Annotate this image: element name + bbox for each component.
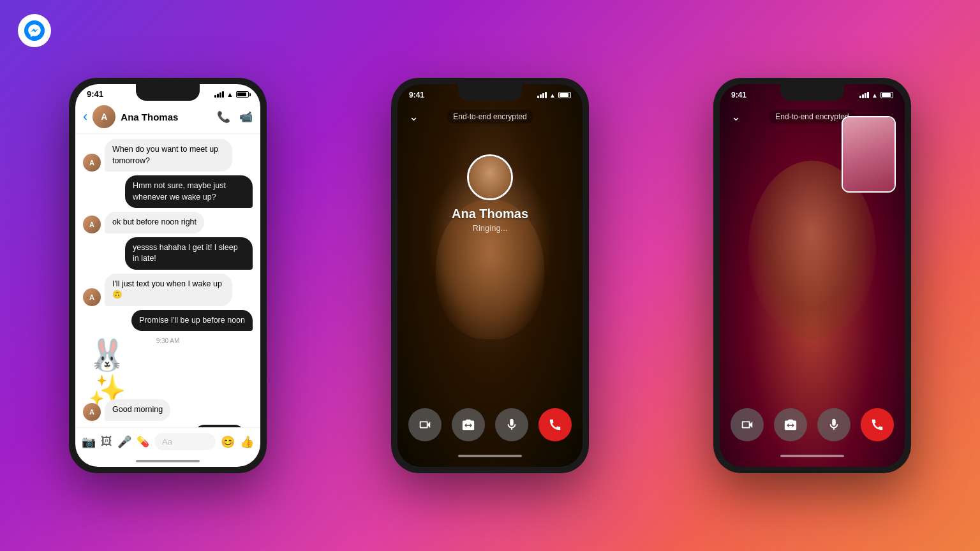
message-row: A When do you want to meet up tomorrow?	[83, 139, 253, 172]
contact-avatar: A	[93, 105, 115, 128]
message-input[interactable]: Aa	[154, 433, 216, 450]
chat-header: ‹ A Ana Thomas 📞 📹	[75, 101, 260, 134]
time-3: 9:41	[731, 91, 746, 99]
home-bar-1	[75, 455, 260, 467]
phone-chat: 9:41 ▲ ‹ A Ana Thomas 📞 📹	[69, 78, 267, 473]
message-bubble: When do you want to meet up tomorrow?	[105, 139, 232, 172]
caller-avatar	[467, 154, 513, 200]
home-bar-3	[720, 450, 905, 462]
wifi-icon-1: ▲	[226, 91, 234, 98]
self-preview[interactable]	[842, 116, 896, 193]
time-1: 9:41	[87, 89, 103, 99]
status-icons-2: ▲	[537, 92, 571, 99]
flip-camera-button-3[interactable]	[774, 408, 807, 441]
end-call-button[interactable]	[538, 408, 572, 441]
message-row: Promise I'll be up before noon	[83, 310, 253, 332]
end-call-button-3[interactable]	[861, 408, 894, 441]
notch-1	[136, 84, 200, 101]
message-avatar: A	[83, 288, 101, 306]
message-avatar: A	[83, 154, 101, 172]
video-call-icon[interactable]: 📹	[239, 110, 253, 124]
gallery-icon[interactable]: 🖼	[101, 435, 112, 448]
input-placeholder: Aa	[162, 437, 172, 446]
message-bubble: yessss hahaha I get it! I sleep in late!	[125, 237, 253, 270]
battery-1	[236, 91, 249, 98]
wifi-icon-3: ▲	[872, 92, 878, 99]
camera-icon[interactable]: 📷	[82, 435, 96, 449]
home-bar-2	[397, 450, 583, 462]
flip-camera-button[interactable]	[452, 408, 485, 441]
messenger-logo	[18, 14, 51, 47]
video-toggle-button[interactable]	[408, 408, 442, 441]
message-row: A Good morning	[83, 399, 253, 421]
chevron-down-icon-3[interactable]: ⌄	[731, 110, 741, 124]
signal-bars-1	[214, 91, 224, 98]
chevron-down-icon-2[interactable]: ⌄	[409, 110, 419, 124]
svg-point-0	[24, 20, 45, 41]
like-icon[interactable]: 👍	[240, 435, 254, 449]
message-bubble: Good morning	[105, 399, 170, 421]
whatsapp-icon[interactable]: 💊	[137, 436, 149, 448]
notch-3	[780, 84, 844, 101]
emoji-icon[interactable]: 😊	[221, 435, 235, 449]
contact-name[interactable]: Ana Thomas	[121, 112, 212, 122]
encrypted-label-2: End-to-end encrypted	[447, 110, 533, 124]
status-icons-3: ▲	[859, 92, 893, 99]
message-row: Hmm not sure, maybe just whenever we wak…	[83, 175, 253, 208]
message-row-sticker: 🐰✨	[83, 351, 253, 395]
message-bubble: I'll just text you when I wake up 🙃	[105, 274, 232, 306]
phone-video-active: 9:41 ▲ ⌄ End-to-end encrypted	[713, 78, 911, 473]
voice-call-icon[interactable]: 📞	[217, 110, 230, 124]
time-2: 9:41	[409, 91, 424, 99]
chat-messages: A When do you want to meet up tomorrow? …	[75, 134, 260, 427]
mute-button[interactable]	[495, 408, 528, 441]
wifi-icon-2: ▲	[549, 92, 556, 99]
message-bubble: ok but before noon right	[105, 212, 204, 233]
caller-status: Ringing...	[473, 223, 508, 233]
message-avatar: A	[83, 403, 101, 421]
sticker: 🐰✨	[88, 351, 133, 395]
message-row: A ok but before noon right	[83, 212, 253, 233]
video-toggle-button-3[interactable]	[731, 408, 764, 441]
header-icons: 📞 📹	[217, 110, 253, 124]
back-button[interactable]: ‹	[83, 108, 87, 125]
battery-3	[880, 92, 893, 98]
caller-name: Ana Thomas	[452, 207, 528, 221]
chat-input-bar: 📷 🖼 🎤 💊 Aa 😊 👍	[75, 427, 260, 455]
notch-2	[458, 84, 522, 101]
mic-icon[interactable]: 🎤	[117, 435, 131, 449]
message-bubble: Promise I'll be up before noon	[131, 310, 253, 332]
call-buttons-3	[720, 408, 905, 441]
battery-2	[558, 92, 571, 98]
call-buttons-2	[397, 408, 583, 441]
message-bubble: Hmm not sure, maybe just whenever we wak…	[125, 175, 253, 208]
caller-info: Ana Thomas Ringing...	[397, 154, 583, 233]
mute-button-3[interactable]	[817, 408, 850, 441]
video-top-bar-2: ⌄ End-to-end encrypted	[397, 110, 583, 124]
status-icons-1: ▲	[214, 91, 249, 98]
phone-video-incoming: 9:41 ▲ ⌄ End-to-end encrypted	[391, 78, 589, 473]
message-avatar: A	[83, 216, 101, 233]
message-row: yessss hahaha I get it! I sleep in late!	[83, 237, 253, 270]
message-row: A I'll just text you when I wake up 🙃	[83, 274, 253, 306]
signal-bars-2	[537, 92, 547, 98]
